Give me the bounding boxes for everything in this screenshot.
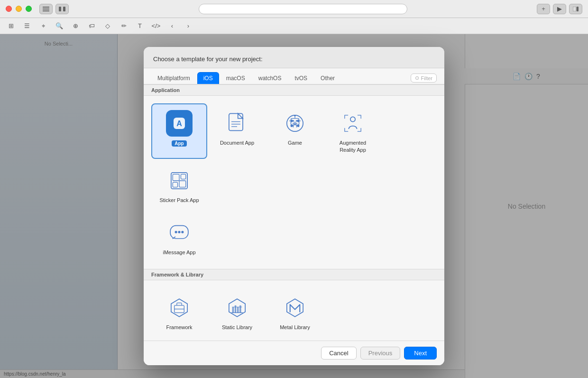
ar-app-icon (340, 110, 366, 137)
svg-rect-1 (43, 9, 49, 9)
svg-rect-3 (59, 7, 61, 11)
modal-title: Choose a template for your new project: (153, 55, 263, 63)
metal-library-icon (282, 295, 308, 321)
svg-text:A: A (176, 120, 182, 128)
filter-icon: ⊙ (415, 75, 419, 81)
svg-rect-31 (181, 174, 185, 179)
application-grid: A App (144, 96, 444, 213)
tab-watchos[interactable]: watchOS (252, 72, 288, 84)
modal-overlay: Choose a template for your new project: … (0, 34, 588, 378)
cancel-button[interactable]: Cancel (321, 347, 356, 360)
template-label-static-library: Static Library (222, 324, 252, 331)
modal-body: Application A App (144, 84, 444, 340)
next-button[interactable]: Next (404, 347, 437, 360)
maximize-button[interactable] (26, 6, 32, 12)
svg-rect-0 (43, 7, 49, 8)
svg-rect-2 (43, 10, 49, 11)
template-item-game[interactable]: Game (267, 103, 323, 159)
template-item-static-library[interactable]: Static Library (209, 288, 265, 336)
tab-multiplatform[interactable]: Multiplatform (151, 72, 196, 84)
tag-button[interactable]: 🏷 (85, 21, 98, 31)
tab-macos[interactable]: macOS (220, 72, 251, 84)
close-button[interactable] (6, 6, 12, 12)
pen-button[interactable]: ✏ (118, 21, 130, 31)
inspector-toggle-button[interactable] (55, 4, 69, 14)
app-badge: App (172, 140, 186, 147)
svg-point-28 (350, 117, 355, 122)
shape-button[interactable]: ◇ (101, 21, 114, 31)
template-item-metal-library[interactable]: Metal Library (267, 288, 323, 336)
svg-rect-32 (173, 182, 177, 187)
previous-button[interactable]: Previous (360, 347, 401, 360)
template-chooser-modal: Choose a template for your new project: … (144, 47, 444, 365)
add-button[interactable]: + (537, 4, 550, 14)
svg-rect-5 (577, 7, 579, 11)
modal-footer: Cancel Previous Next (144, 341, 444, 365)
chevron-left-button[interactable]: ‹ (166, 21, 178, 31)
section-header-framework: Framework & Library (144, 269, 444, 280)
search-button[interactable]: 🔍 (53, 21, 65, 31)
svg-rect-4 (63, 7, 65, 11)
inspector-panel-button[interactable] (569, 4, 582, 14)
svg-rect-43 (239, 305, 241, 313)
sidebar-toggle-button[interactable] (39, 4, 53, 14)
template-label-framework: Framework (166, 324, 192, 331)
template-item-framework[interactable]: Framework (151, 288, 207, 336)
run-button[interactable]: ▶ (553, 4, 566, 14)
framework-grid: Framework (144, 280, 444, 340)
chevron-right-button[interactable]: › (182, 21, 194, 31)
secondary-toolbar: ⊞ ☰ ⌖ 🔍 ⊕ 🏷 ◇ ✏ T </> ‹ › (0, 18, 588, 34)
tab-bar: Multiplatform iOS macOS watchOS tvOS Oth… (144, 68, 444, 84)
template-label-sticker-pack: Sticker Pack App (159, 197, 199, 203)
window-chrome: + ▶ (0, 0, 588, 18)
tab-other[interactable]: Other (314, 72, 341, 84)
svg-rect-41 (235, 305, 236, 313)
svg-point-37 (181, 231, 184, 233)
svg-point-20 (293, 120, 294, 121)
svg-point-18 (294, 122, 297, 125)
sticker-pack-icon (166, 167, 193, 194)
template-item-document-app[interactable]: Document App (209, 103, 265, 159)
traffic-lights (6, 6, 32, 12)
right-toolbar: + ▶ (537, 4, 582, 14)
grid-view-button[interactable]: ⊞ (5, 21, 17, 31)
svg-rect-42 (237, 307, 239, 313)
tab-tvos[interactable]: tvOS (288, 72, 313, 84)
svg-rect-33 (179, 181, 186, 187)
searchbar-container (69, 4, 537, 14)
section-header-application: Application (144, 84, 444, 96)
code-button[interactable]: </> (150, 21, 162, 31)
minimize-button[interactable] (16, 6, 22, 12)
filter-box[interactable]: ⊙ Filter (411, 74, 437, 83)
zoom-button[interactable]: ⊕ (69, 21, 82, 31)
svg-point-23 (294, 115, 295, 116)
document-app-icon (224, 110, 250, 137)
template-label-document-app: Document App (220, 139, 254, 146)
imessage-row: iMessage App (144, 213, 444, 269)
template-item-ar-app[interactable]: AugmentedReality App (325, 103, 381, 159)
app-icon: A (166, 110, 193, 137)
template-item-app[interactable]: A App (151, 103, 207, 159)
template-label-game: Game (288, 139, 302, 146)
imessage-icon (166, 220, 193, 246)
template-label-metal-library: Metal Library (280, 324, 310, 331)
svg-rect-6 (573, 7, 576, 11)
template-label-imessage: iMessage App (163, 249, 195, 256)
svg-rect-30 (173, 174, 179, 181)
filter-label: Filter (421, 75, 432, 81)
template-label-ar-app: AugmentedReality App (340, 139, 366, 153)
filter-button[interactable]: ⌖ (37, 21, 49, 31)
template-item-sticker-pack[interactable]: Sticker Pack App (151, 161, 207, 209)
toolbar-icons (39, 4, 69, 14)
tab-ios[interactable]: iOS (197, 72, 219, 84)
game-icon (282, 110, 308, 137)
svg-rect-40 (232, 307, 234, 313)
list-view-button[interactable]: ☰ (21, 21, 33, 31)
text-button[interactable]: T (134, 21, 146, 31)
template-item-imessage[interactable]: iMessage App (151, 213, 207, 261)
svg-point-36 (178, 231, 180, 233)
svg-point-35 (175, 231, 177, 233)
framework-icon (166, 295, 193, 321)
svg-point-21 (296, 120, 297, 121)
static-library-icon (224, 295, 250, 321)
